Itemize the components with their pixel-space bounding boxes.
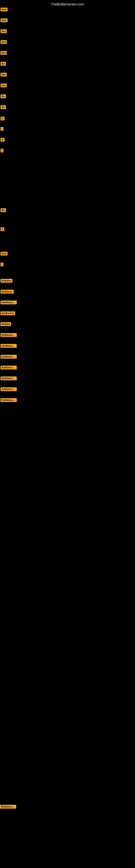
badge-item: |: [1, 262, 3, 267]
badge-item: Bo: [1, 105, 6, 109]
badge-item: Bo: [1, 208, 6, 212]
badge-item: S: [1, 227, 4, 231]
badge-item: Bottlen: [1, 322, 11, 326]
badge-item: Bottleneck re: [1, 398, 17, 402]
badge-item: Bottleneck: [1, 311, 15, 315]
badge-item: Bottleneck res: [1, 366, 17, 369]
badge-item: Bottlene: [1, 279, 12, 283]
badge-item: Bottleneck res: [1, 376, 17, 380]
badge-item: Bottleneck re: [1, 344, 17, 348]
badge-item: Bo: [1, 94, 6, 98]
badge-item: Bot: [1, 40, 7, 44]
badge-item: Bo: [1, 62, 6, 66]
badge-item: Bot: [1, 29, 7, 33]
badge-item: Bottleneck resu: [1, 388, 17, 391]
badge-item: B: [1, 117, 5, 120]
badge-item: |: [1, 149, 3, 152]
badge-item: B: [1, 138, 5, 142]
site-title: TheBottlenecker.com: [51, 2, 84, 6]
badge-item: Bottlenec: [1, 290, 14, 293]
badge-item: |: [1, 127, 3, 131]
badge-item: Bottleneck n: [1, 301, 17, 304]
badge-item: Bot: [1, 73, 7, 76]
badge-item: Bott: [1, 252, 8, 255]
badge-item: Bot: [1, 51, 7, 55]
badge-item: Bot: [1, 84, 7, 87]
badge-item: Bott: [1, 19, 8, 22]
badge-item: Bottleneck re: [1, 355, 17, 359]
badge-item: Bottleneck e: [1, 333, 17, 337]
badge-item: Bottleneck res: [0, 805, 16, 809]
badge-item: Bott: [1, 8, 8, 11]
